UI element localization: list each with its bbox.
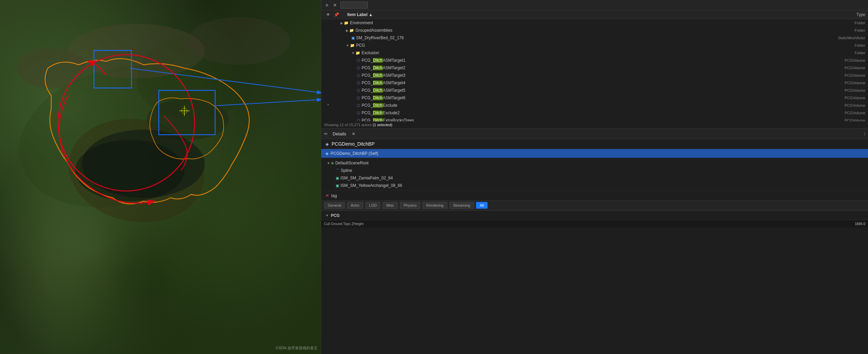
filter-icon[interactable]: ≡ [324, 2, 330, 9]
tab-streaming[interactable]: Streaming [449, 202, 474, 209]
tab-all[interactable]: All [476, 202, 488, 209]
item-type-pcg-folder: Folder [817, 43, 865, 47]
showing-text: Showing 12 of 15,271 actors [324, 123, 372, 127]
pcg-section[interactable]: ▼ PCG [321, 210, 868, 220]
item-type-pcg-exclude2: PCGVolume [817, 111, 865, 115]
pencil-icon: ✏ [324, 131, 328, 136]
item-type-pcg-exclude: PCGVolume [817, 103, 865, 107]
tag-label: tag [331, 193, 337, 198]
pcg-volume-icon: ⬡ [357, 96, 360, 100]
expand-arrow[interactable]: ▼ [351, 51, 355, 55]
comp-label-defaultsceneroot: DefaultSceneRoot [335, 161, 368, 165]
details-expand-icon[interactable]: ⟩ [864, 132, 865, 136]
tree-item-sm-dryriverbed[interactable]: ▣ SM_DryRiverBed_02_176 StaticMeshActor [321, 34, 868, 42]
item-type-groupedassemblies: Folder [817, 28, 865, 32]
tag-close-icon[interactable]: ✕ [325, 193, 329, 198]
spline-icon: ⌒ [336, 168, 339, 173]
item-type-pcg1: PCGVolume [817, 58, 865, 62]
item-type-sm-dryriverbed: StaticMeshActor [817, 36, 865, 40]
tab-actor[interactable]: Actor [347, 202, 363, 209]
tab-lod[interactable]: LOD [365, 202, 381, 209]
component-icon: ◈ [325, 151, 328, 156]
tree-item-pcg-ditchexclude[interactable]: * ⬡ PCG_DitchExclude PCGVolume [321, 102, 868, 109]
folder-icon: 📁 [344, 21, 349, 25]
expand-arrow[interactable]: ▼ [346, 44, 349, 47]
comp-label-ism-yellowarchangel: ISM_SM_YellowArchangel_08_66 [340, 183, 402, 188]
ism-icon: ▣ [336, 176, 339, 180]
comp-item-ism-zamiapalm[interactable]: ▶ ▣ ISM_SM_ZamiaPalm_02_84 [321, 174, 868, 182]
details-component-row[interactable]: ◈ PCGDemo_DitchBP (Self) [321, 149, 868, 158]
tree-item-pcg-ditchexclude2[interactable]: ⬡ PCG_DitchExclude2 PCGVolume [321, 109, 868, 117]
bottom-bar: Cull Ground Topo ZHeight 1694.0 [321, 220, 868, 227]
comp-label-spline: Spline [341, 168, 352, 173]
pcg-volume-icon: ⬡ [357, 103, 360, 108]
comp-item-ism-yellowarchangel[interactable]: ▶ ▣ ISM_SM_YellowArchangel_08_66 [321, 182, 868, 189]
column-eye: 👁 [324, 12, 332, 17]
item-type-exclusion: Folder [817, 51, 865, 55]
item-type-pcg5: PCGVolume [817, 88, 865, 92]
viewport: CSDN @开发游戏的老王 [0, 0, 321, 354]
folder-icon: 📁 [355, 51, 360, 55]
item-label-groupedassemblies: GroupedAssemblies [355, 28, 817, 33]
showing-info: Showing 12 of 15,271 actors (1 selected) [321, 121, 868, 129]
item-label-pcg-folder: PCG [356, 43, 817, 48]
details-close-icon[interactable]: ✕ [352, 131, 355, 136]
tree-item-pcg-ditchasmtarget4[interactable]: ⬡ PCG_DitchASMTarget4 PCGVolume [321, 79, 868, 87]
details-component-label: PCGDemo_DitchBP (Self) [331, 151, 378, 156]
comp-label-ism-zamiapalm: ISM_SM_ZamiaPalm_02_84 [340, 176, 393, 180]
tab-rendering[interactable]: Rendering [422, 202, 447, 209]
column-type: Type [817, 12, 865, 17]
tree-item-exclusion[interactable]: ▼ 📁 Exclusion Folder [321, 49, 868, 57]
ism-icon: ▣ [336, 183, 339, 188]
pcg-volume-icon: ⬡ [357, 73, 360, 78]
item-type-pcg4: PCGVolume [817, 81, 865, 85]
expand-arrow[interactable]: ▶ [340, 21, 343, 25]
details-panel-title: Details [333, 131, 346, 136]
item-label-pcg-ditchexclude: PCG_DitchExclude [362, 103, 817, 108]
tree-item-groupedassemblies[interactable]: ▶ 📁 GroupedAssemblies Folder [321, 27, 868, 34]
outliner-close-icon[interactable]: ✕ [332, 2, 338, 9]
item-type-pcg3: PCGVolume [817, 73, 865, 77]
comp-item-spline[interactable]: ▶ ⌒ Spline [321, 167, 868, 174]
tab-misc[interactable]: Misc [382, 202, 398, 209]
eye-icon[interactable]: * [324, 103, 332, 107]
selected-count: (1 selected) [373, 123, 392, 127]
details-title-row: ◈ PCGDemo_DitchBP [321, 139, 868, 149]
outliner-toolbar: ≡ ✕ ditc [321, 0, 868, 10]
item-label-pcg-ditchasmtarget5: PCG_DitchASMTarget5 [362, 88, 817, 93]
bottom-property-value: 1694.0 [855, 222, 865, 226]
section-label-pcg: PCG [331, 213, 340, 218]
expand-arrow[interactable]: ▶ [346, 29, 349, 32]
column-item-label[interactable]: Item Label ▲ [347, 12, 817, 17]
tab-bar: General Actor LOD Misc Physics Rendering… [321, 200, 868, 210]
comp-item-defaultsceneroot[interactable]: ▼ ⊕ DefaultSceneRoot [321, 159, 868, 167]
outliner-search-input[interactable]: ditc [340, 2, 368, 9]
item-label-pcg-ditchasmtarget4: PCG_DitchASMTarget4 [362, 80, 817, 85]
outliner-tree[interactable]: ▶ 📁 Environment Folder ▶ 📁 GroupedAssemb… [321, 19, 868, 121]
tree-item-pcg-ditchasmtarget2[interactable]: ⬡ PCG_DitchASMTarget2 PCGVolume [321, 64, 868, 72]
tree-item-pcg-ditchextrarocksktrees[interactable]: ⬡ PCG_DitchExtraRocksTrees PCGVolume [321, 117, 868, 121]
tree-item-pcg-ditchasmtarget6[interactable]: ⬡ PCG_DitchASMTarget6 PCGVolume [321, 94, 868, 102]
tab-physics[interactable]: Physics [400, 202, 420, 209]
static-mesh-icon: ▣ [351, 36, 355, 40]
section-expand-arrow[interactable]: ▼ [325, 213, 329, 217]
item-type-environment: Folder [817, 21, 865, 25]
pcg-volume-icon: ⬡ [357, 66, 360, 70]
tree-item-pcg-ditchasmtarget3[interactable]: ⬡ PCG_DitchASMTarget3 PCGVolume [321, 72, 868, 79]
outliner-panel: ≡ ✕ ditc 👁 📌 Item Label ▲ Type ▶ 📁 Envir… [321, 0, 868, 129]
item-label-pcg-ditchasmtarget3: PCG_DitchASMTarget3 [362, 73, 817, 78]
details-title: PCGDemo_DitchBP [332, 141, 375, 147]
tree-item-pcg[interactable]: ▼ 📁 PCG Folder [321, 42, 868, 49]
item-type-pcg2: PCGVolume [817, 66, 865, 70]
pcg-volume-icon: ⬡ [357, 58, 360, 63]
tab-general[interactable]: General [324, 202, 345, 209]
tree-item-environment[interactable]: ▶ 📁 Environment Folder [321, 19, 868, 27]
outliner-column-headers: 👁 📌 Item Label ▲ Type [321, 10, 868, 19]
comp-expand-arrow[interactable]: ▼ [327, 161, 330, 165]
item-label-sm-dryriverbed: SM_DryRiverBed_02_176 [356, 35, 817, 40]
pcg-volume-icon: ⬡ [357, 81, 360, 85]
item-label-environment: Environment [350, 20, 817, 25]
tree-item-pcg-ditchasmtarget5[interactable]: ⬡ PCG_DitchASMTarget5 PCGVolume [321, 87, 868, 94]
tree-item-pcg-ditchasmtarget1[interactable]: ⬡ PCG_DitchASMTarget1 PCGVolume [321, 57, 868, 64]
pcg-volume-icon: ⬡ [357, 88, 360, 93]
